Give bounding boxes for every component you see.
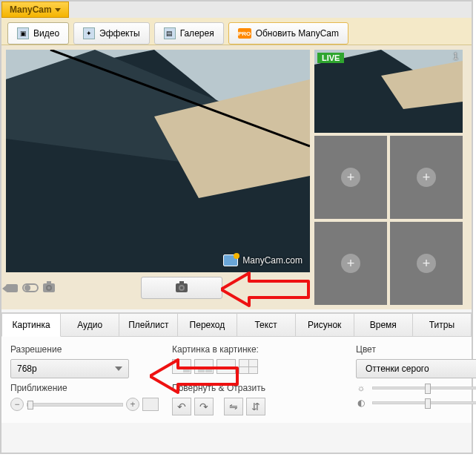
- tab-video[interactable]: ▣ Видео: [7, 22, 69, 45]
- video-preview[interactable]: ManyCam.com: [6, 50, 310, 272]
- zoom-group: Приближение − +: [10, 383, 159, 415]
- rotate-group: Повернуть & Отразить ↶ ↷ ⇋ ⇵: [172, 383, 343, 415]
- settings-panel: Разрешение 768p Картинка в картинке: Цве…: [1, 337, 472, 423]
- thumb-add-3[interactable]: +: [390, 136, 463, 219]
- main-area: ManyCam.com: [1, 45, 472, 309]
- pip-label: Картинка в картинке:: [172, 344, 343, 355]
- brightness-slider[interactable]: [372, 387, 476, 389]
- brand-label: ManyCam: [10, 4, 52, 15]
- rotate-right-button[interactable]: ↷: [194, 398, 214, 415]
- zoom-slider[interactable]: [27, 403, 123, 407]
- pip-layout-1[interactable]: [172, 359, 191, 374]
- plus-icon: +: [417, 254, 436, 273]
- bottom-tabstrip: Картинка Аудио Плейлист Переход Текст Ри…: [1, 312, 472, 337]
- rotate-label: Повернуть & Отразить: [172, 383, 343, 393]
- manycam-logo-icon: [223, 254, 238, 266]
- top-tabstrip: ▣ Видео ✦ Эффекты ▤ Галерея PRO Обновить…: [1, 18, 472, 45]
- adjust-group: ☼ ◐: [356, 383, 476, 415]
- tab-effects[interactable]: ✦ Эффекты: [73, 22, 150, 45]
- svg-marker-5: [221, 273, 308, 306]
- videocam-icon[interactable]: [6, 284, 18, 292]
- preview-image: [6, 50, 310, 272]
- thumb-number: 1: [453, 51, 458, 62]
- source-thumbnails: LIVE 1 + + + +: [314, 50, 463, 305]
- chevron-down-icon: [115, 366, 122, 371]
- pro-badge-icon: PRO: [238, 28, 251, 39]
- btab-titles[interactable]: Титры: [413, 313, 472, 337]
- rotate-left-button[interactable]: ↶: [172, 398, 191, 415]
- camera-icon[interactable]: [43, 283, 55, 292]
- zoom-out-button[interactable]: −: [10, 398, 24, 411]
- zoom-label: Приближение: [10, 383, 159, 393]
- flip-vertical-button[interactable]: ⇵: [246, 398, 265, 415]
- thumb-1[interactable]: LIVE 1: [314, 50, 463, 133]
- btab-time[interactable]: Время: [354, 313, 413, 337]
- plus-icon: +: [417, 168, 436, 187]
- plus-icon: +: [341, 168, 360, 187]
- video-icon: ▣: [17, 27, 29, 39]
- watermark: ManyCam.com: [223, 254, 303, 266]
- grayscale-button[interactable]: Оттенки серого: [356, 359, 476, 378]
- flip-horizontal-button[interactable]: ⇋: [224, 398, 243, 415]
- pip-layout-3[interactable]: [216, 359, 236, 374]
- tab-label: Обновить ManyCam: [256, 28, 339, 39]
- tab-label: Галерея: [180, 28, 214, 39]
- pip-layout-4[interactable]: [239, 359, 258, 374]
- thumb-add-5[interactable]: +: [390, 222, 463, 305]
- toggle-icon[interactable]: [22, 283, 39, 292]
- chevron-down-icon: [55, 8, 61, 12]
- resolution-value: 768p: [17, 364, 37, 374]
- thumb-add-4[interactable]: +: [314, 222, 387, 305]
- camera-icon: [176, 283, 188, 292]
- pip-layout-2[interactable]: [194, 359, 214, 374]
- zoom-in-button[interactable]: +: [126, 398, 139, 411]
- gallery-icon: ▤: [164, 27, 176, 39]
- preview-column: ManyCam.com: [6, 50, 310, 305]
- annotation-arrow-icon: [221, 271, 310, 308]
- resolution-group: Разрешение 768p: [10, 344, 159, 378]
- pip-group: Картинка в картинке:: [172, 344, 343, 378]
- brand-menu-button[interactable]: ManyCam: [1, 1, 69, 18]
- preview-controls: [6, 277, 310, 299]
- brand-bar: ManyCam: [1, 1, 472, 18]
- contrast-icon: ◐: [356, 398, 366, 408]
- thumb-add-2[interactable]: +: [314, 136, 387, 219]
- btab-picture[interactable]: Картинка: [1, 313, 61, 337]
- app-window: ManyCam ▣ Видео ✦ Эффекты ▤ Галерея PRO …: [0, 0, 473, 454]
- resolution-dropdown[interactable]: 768p: [10, 359, 129, 378]
- color-group: Цвет Оттенки серого: [356, 344, 476, 378]
- btab-text[interactable]: Текст: [237, 313, 296, 337]
- zoom-region-button[interactable]: [142, 398, 159, 411]
- contrast-slider[interactable]: [372, 401, 476, 404]
- btab-transition[interactable]: Переход: [178, 313, 237, 337]
- plus-icon: +: [341, 254, 360, 273]
- btab-audio[interactable]: Аудио: [61, 313, 119, 337]
- tab-label: Видео: [33, 28, 59, 39]
- effects-icon: ✦: [83, 27, 95, 39]
- tab-label: Эффекты: [99, 28, 140, 39]
- watermark-text: ManyCam.com: [242, 255, 303, 266]
- btab-drawing[interactable]: Рисунок: [296, 313, 354, 337]
- pip-layouts: [172, 359, 343, 374]
- recording-icons: [6, 283, 55, 292]
- snapshot-button[interactable]: [141, 277, 222, 299]
- tab-gallery[interactable]: ▤ Галерея: [154, 22, 224, 45]
- resolution-label: Разрешение: [10, 344, 159, 355]
- btab-playlist[interactable]: Плейлист: [119, 313, 178, 337]
- brightness-icon: ☼: [356, 383, 366, 393]
- live-badge: LIVE: [317, 53, 344, 63]
- tab-upgrade[interactable]: PRO Обновить ManyCam: [228, 22, 348, 45]
- color-label: Цвет: [356, 344, 476, 355]
